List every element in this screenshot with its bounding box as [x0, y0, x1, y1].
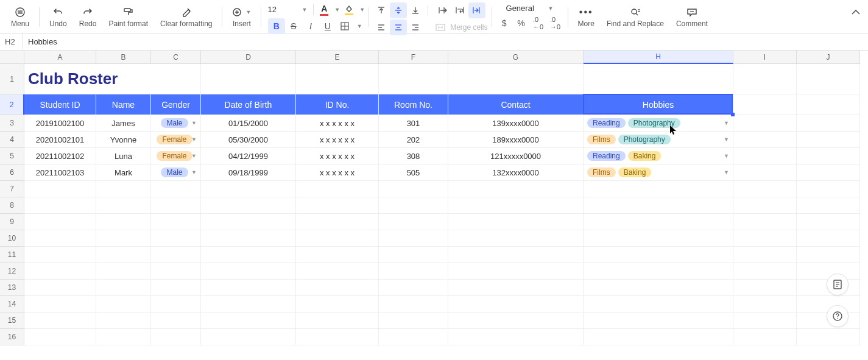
- cell-idno[interactable]: x x x x x x: [296, 164, 379, 181]
- empty-cell[interactable]: [733, 247, 797, 263]
- empty-cell[interactable]: [96, 312, 151, 329]
- empty-cell[interactable]: [201, 64, 296, 94]
- chevron-down-icon[interactable]: ▼: [191, 120, 197, 126]
- header-cell-name[interactable]: Name: [96, 94, 151, 115]
- empty-cell[interactable]: [584, 312, 733, 329]
- empty-cell[interactable]: [96, 181, 151, 197]
- empty-cell[interactable]: [96, 230, 151, 247]
- empty-cell[interactable]: [797, 94, 860, 115]
- empty-cell[interactable]: [797, 197, 860, 214]
- empty-cell[interactable]: [733, 312, 797, 329]
- empty-cell[interactable]: [151, 181, 201, 197]
- font-size-select[interactable]: 12 ▼: [265, 4, 309, 16]
- find-replace-button[interactable]: Find and Replace: [601, 2, 670, 32]
- empty-cell[interactable]: [201, 230, 296, 247]
- empty-cell[interactable]: [151, 214, 201, 230]
- row-header-11[interactable]: 11: [0, 247, 24, 263]
- chevron-down-icon[interactable]: ▼: [724, 169, 729, 175]
- cell-idno[interactable]: x x x x x x: [296, 148, 379, 164]
- empty-cell[interactable]: [201, 280, 296, 296]
- empty-cell[interactable]: [296, 197, 379, 214]
- chevron-down-icon[interactable]: ▼: [191, 136, 197, 143]
- row-header-8[interactable]: 8: [0, 197, 24, 214]
- empty-cell[interactable]: [797, 132, 860, 148]
- empty-cell[interactable]: [379, 181, 448, 197]
- cell-dob[interactable]: 09/18/1999: [201, 164, 296, 181]
- empty-cell[interactable]: [201, 329, 296, 345]
- cell-gender[interactable]: Female▼: [151, 132, 201, 148]
- empty-cell[interactable]: [201, 181, 296, 197]
- empty-cell[interactable]: [448, 296, 584, 312]
- column-header-I[interactable]: I: [733, 51, 797, 64]
- empty-cell[interactable]: [448, 329, 584, 345]
- valign-middle-button[interactable]: [390, 2, 407, 18]
- cell-contact[interactable]: 189xxxx0000: [448, 132, 584, 148]
- number-format-select[interactable]: General ▼: [503, 2, 557, 14]
- empty-cell[interactable]: [379, 214, 448, 230]
- strikethrough-button[interactable]: S: [285, 18, 302, 34]
- empty-cell[interactable]: [379, 263, 448, 280]
- empty-cell[interactable]: [797, 247, 860, 263]
- empty-cell[interactable]: [584, 64, 733, 94]
- empty-cell[interactable]: [733, 132, 797, 148]
- row-header-15[interactable]: 15: [0, 312, 24, 329]
- notes-float-button[interactable]: [827, 274, 849, 295]
- empty-cell[interactable]: [797, 115, 860, 132]
- empty-cell[interactable]: [96, 197, 151, 214]
- redo-button[interactable]: Redo: [73, 2, 103, 32]
- chevron-down-icon[interactable]: ▼: [724, 153, 729, 159]
- header-cell-hobbies[interactable]: Hobbies: [584, 94, 733, 115]
- bold-button[interactable]: B: [268, 18, 285, 34]
- menu-button[interactable]: Menu: [5, 2, 35, 32]
- paint-format-button[interactable]: Paint format: [102, 2, 154, 32]
- chevron-down-icon[interactable]: ▼: [191, 169, 197, 175]
- borders-button[interactable]: [336, 18, 353, 34]
- cell-name[interactable]: James: [96, 115, 151, 132]
- empty-cell[interactable]: [797, 329, 860, 345]
- cell-room[interactable]: 308: [379, 148, 448, 164]
- chevron-down-icon[interactable]: ▼: [357, 23, 362, 29]
- italic-button[interactable]: I: [302, 18, 319, 34]
- cell-room[interactable]: 301: [379, 115, 448, 132]
- column-header-C[interactable]: C: [151, 51, 201, 64]
- column-header-F[interactable]: F: [379, 51, 448, 64]
- empty-cell[interactable]: [201, 312, 296, 329]
- empty-cell[interactable]: [151, 230, 201, 247]
- row-header-14[interactable]: 14: [0, 296, 24, 312]
- wrap-clip-button[interactable]: [468, 2, 485, 18]
- empty-cell[interactable]: [151, 296, 201, 312]
- cell-student-id[interactable]: 20191002100: [24, 115, 96, 132]
- row-header-10[interactable]: 10: [0, 230, 24, 247]
- empty-cell[interactable]: [296, 312, 379, 329]
- empty-cell[interactable]: [733, 329, 797, 345]
- empty-cell[interactable]: [448, 181, 584, 197]
- grid[interactable]: Club RosterStudent IDNameGenderDate of B…: [24, 64, 860, 360]
- increase-decimal-button[interactable]: .0←0: [530, 15, 547, 31]
- empty-cell[interactable]: [24, 329, 96, 345]
- empty-cell[interactable]: [584, 214, 733, 230]
- empty-cell[interactable]: [448, 230, 584, 247]
- empty-cell[interactable]: [733, 280, 797, 296]
- empty-cell[interactable]: [379, 197, 448, 214]
- empty-cell[interactable]: [296, 247, 379, 263]
- cell-student-id[interactable]: 20211002103: [24, 164, 96, 181]
- empty-cell[interactable]: [24, 247, 96, 263]
- empty-cell[interactable]: [379, 280, 448, 296]
- empty-cell[interactable]: [733, 64, 797, 94]
- empty-cell[interactable]: [379, 230, 448, 247]
- header-cell-contact[interactable]: Contact: [448, 94, 584, 115]
- empty-cell[interactable]: [584, 181, 733, 197]
- chevron-down-icon[interactable]: ▼: [724, 136, 729, 143]
- chevron-down-icon[interactable]: ▼: [724, 120, 729, 126]
- cell-dob[interactable]: 05/30/2000: [201, 132, 296, 148]
- empty-cell[interactable]: [797, 230, 860, 247]
- row-header-1[interactable]: 1: [0, 64, 24, 94]
- empty-cell[interactable]: [296, 263, 379, 280]
- empty-cell[interactable]: [584, 296, 733, 312]
- empty-cell[interactable]: [151, 197, 201, 214]
- empty-cell[interactable]: [296, 181, 379, 197]
- column-header-B[interactable]: B: [96, 51, 151, 64]
- column-header-A[interactable]: A: [24, 51, 96, 64]
- empty-cell[interactable]: [296, 280, 379, 296]
- cell-room[interactable]: 202: [379, 132, 448, 148]
